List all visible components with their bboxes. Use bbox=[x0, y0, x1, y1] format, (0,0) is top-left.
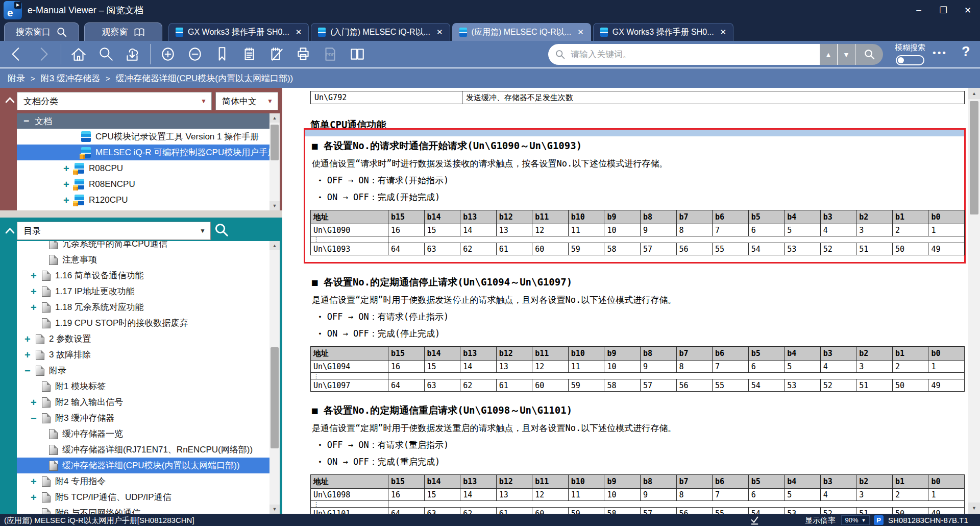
bullet-item: OFF → ON：有请求(重启指示) bbox=[318, 439, 968, 451]
search-icon bbox=[864, 49, 875, 60]
zoom-in-button[interactable] bbox=[157, 43, 179, 65]
expander-icon[interactable]: + bbox=[24, 350, 36, 360]
scroll-down-icon[interactable]: ▼ bbox=[270, 505, 280, 514]
close-tab-icon[interactable]: ✕ bbox=[577, 28, 584, 37]
toc-tree-item[interactable]: 缓冲存储器详细(RJ71EN71、RnENCPU(网络部)) bbox=[17, 442, 280, 458]
document-category-dropdown[interactable]: 文档分类 ▼ bbox=[17, 92, 212, 110]
toc-tree-item[interactable]: +2 参数设置 bbox=[17, 331, 280, 347]
expander-icon[interactable]: − bbox=[31, 413, 42, 423]
toc-tree-item[interactable]: 注意事项 bbox=[17, 252, 280, 268]
fuzzy-search-toggle[interactable] bbox=[896, 55, 924, 65]
breadcrumb-link[interactable]: 附3 缓冲存储器 bbox=[41, 73, 100, 84]
zoom-level-dropdown[interactable]: 90% ▼ bbox=[841, 515, 870, 525]
expander-icon[interactable]: + bbox=[31, 492, 42, 503]
toc-tree-item[interactable]: 缓冲存储器一览 bbox=[17, 426, 280, 442]
memo-edit-button[interactable] bbox=[265, 43, 287, 65]
keyword-search-input[interactable] bbox=[548, 44, 819, 65]
bit-cell: 11 bbox=[568, 489, 604, 501]
doc-tab[interactable]: (应用篇) MELSEC iQ-R以...✕ bbox=[452, 23, 591, 41]
close-tab-icon[interactable]: ✕ bbox=[720, 28, 727, 37]
search-next-button[interactable]: ▼ bbox=[837, 44, 855, 65]
help-icon[interactable]: ? bbox=[962, 44, 970, 60]
toc-tree-item[interactable]: +附4 专用指令 bbox=[17, 473, 280, 489]
doc-tree-item[interactable]: MELSEC iQ-R 可编程控制器CPU模块用户手册 bbox=[17, 145, 280, 160]
doc-tab[interactable]: GX Works3 操作手册 SH0...✕ bbox=[593, 23, 733, 41]
collapse-icon[interactable]: − bbox=[23, 115, 29, 127]
close-tab-icon[interactable]: ✕ bbox=[436, 28, 443, 37]
close-button[interactable]: ✕ bbox=[955, 0, 980, 20]
toc-tree-item[interactable]: 冗余系统中的简单CPU通信 bbox=[17, 241, 280, 252]
maximize-button[interactable]: ❐ bbox=[931, 0, 955, 20]
toc-tree-item[interactable]: +3 故障排除 bbox=[17, 347, 280, 363]
minimize-button[interactable]: – bbox=[906, 0, 931, 20]
scroll-down-icon[interactable]: ▼ bbox=[968, 503, 980, 514]
scrollbar-thumb[interactable] bbox=[970, 101, 978, 214]
toc-tree-item[interactable]: −附录 bbox=[17, 363, 280, 378]
zoom-out-button[interactable] bbox=[184, 43, 206, 65]
search-previous-button[interactable]: ▲ bbox=[819, 44, 837, 65]
more-menu-icon[interactable]: ••• bbox=[933, 47, 947, 59]
scroll-up-icon[interactable]: ▲ bbox=[270, 241, 280, 250]
toc-tree-item[interactable]: 附1 模块标签 bbox=[17, 378, 280, 394]
toc-tree-item[interactable]: +附5 TCP/IP通信、UDP/IP通信 bbox=[17, 489, 280, 505]
doc-tab[interactable]: GX Works3 操作手册 SH0...✕ bbox=[168, 23, 309, 41]
language-dropdown[interactable]: 简体中文 ▼ bbox=[215, 92, 278, 110]
doc-tree-item[interactable]: CPU模块记录设置工具 Version 1 操作手册 bbox=[17, 129, 280, 145]
doc-tab[interactable]: (入门篇) MELSEC iQ-R以...✕ bbox=[311, 23, 450, 41]
doc-tree-item[interactable]: +R08CPU bbox=[17, 160, 280, 176]
scroll-up-icon[interactable]: ▲ bbox=[270, 113, 280, 123]
doc-tree-item[interactable]: +R120CPU bbox=[17, 192, 280, 208]
print-button[interactable] bbox=[292, 43, 314, 65]
breadcrumb-link[interactable]: 缓冲存储器详细(CPU模块(内置以太网端口部)) bbox=[116, 73, 293, 84]
collapse-documents-icon[interactable] bbox=[5, 96, 15, 103]
bullet-text: OFF → ON：有请求(停止指示) bbox=[327, 311, 449, 323]
contents-search-button[interactable] bbox=[214, 222, 231, 240]
bit-header-cell: b2 bbox=[856, 347, 893, 361]
panel-splitter[interactable] bbox=[0, 210, 282, 218]
bookmark-button[interactable] bbox=[211, 43, 233, 65]
scroll-up-icon[interactable]: ▲ bbox=[968, 88, 980, 99]
doc-tree-item[interactable]: +R08ENCPU bbox=[17, 176, 280, 192]
document-scrollbar[interactable]: ▲ ▼ bbox=[968, 88, 980, 514]
two-page-view-button[interactable] bbox=[346, 43, 369, 65]
pdf-button[interactable]: PDF bbox=[319, 43, 341, 65]
tab-search-window[interactable]: 搜索窗口 bbox=[4, 22, 79, 41]
docs-root-node[interactable]: − 文档 bbox=[17, 113, 280, 129]
forward-button[interactable] bbox=[32, 43, 55, 65]
back-button[interactable] bbox=[5, 43, 28, 65]
expander-icon[interactable]: + bbox=[24, 334, 36, 344]
scroll-down-icon[interactable]: ▼ bbox=[270, 201, 280, 210]
collapse-contents-icon[interactable] bbox=[5, 227, 15, 233]
toc-tree-item[interactable]: +1.17 IP地址更改功能 bbox=[17, 283, 280, 299]
bit-header-cell: b9 bbox=[604, 475, 641, 489]
close-tab-icon[interactable]: ✕ bbox=[296, 28, 302, 37]
contents-dropdown[interactable]: 目录 ▼ bbox=[17, 222, 211, 240]
home-button[interactable] bbox=[67, 43, 90, 65]
breadcrumb-link[interactable]: 附录 bbox=[8, 73, 25, 84]
toc-tree-item[interactable]: +附2 输入输出信号 bbox=[17, 394, 280, 410]
expander-icon[interactable]: + bbox=[31, 286, 42, 297]
search-button[interactable] bbox=[855, 44, 883, 65]
download-button[interactable] bbox=[121, 43, 144, 65]
scrollbar-thumb[interactable] bbox=[271, 125, 279, 160]
toc-tree-item[interactable]: +1.16 简单设备通信功能 bbox=[17, 268, 280, 283]
documents-scrollbar[interactable]: ▲ ▼ bbox=[270, 113, 280, 210]
toc-tree-item[interactable]: 1.19 CPU STOP时的接收数据废弃 bbox=[17, 315, 280, 331]
expander-icon[interactable]: + bbox=[31, 397, 42, 408]
memo-button[interactable] bbox=[238, 43, 260, 65]
tab-watch-window[interactable]: 观察窗 bbox=[84, 22, 162, 41]
bit-header-cell: 地址 bbox=[311, 210, 388, 224]
scrollbar-thumb[interactable] bbox=[271, 347, 279, 448]
toc-tree-item[interactable]: +1.18 冗余系统对应功能 bbox=[17, 299, 280, 315]
contents-scrollbar[interactable]: ▲ ▼ bbox=[270, 241, 280, 514]
expander-icon[interactable]: + bbox=[31, 302, 42, 313]
page-search-button[interactable] bbox=[94, 43, 117, 65]
bit-cell: 2 bbox=[892, 361, 928, 373]
expander-icon[interactable]: − bbox=[24, 366, 36, 376]
bit-cell: 54 bbox=[748, 508, 785, 514]
expander-icon[interactable]: + bbox=[31, 271, 42, 281]
toc-tree-item[interactable]: 附6 与不同网络的通信 bbox=[17, 505, 280, 514]
toc-tree-item[interactable]: 缓冲存储器详细(CPU模块(内置以太网端口部)) bbox=[17, 458, 280, 473]
toc-tree-item[interactable]: −附3 缓冲存储器 bbox=[17, 410, 280, 426]
expander-icon[interactable]: + bbox=[31, 476, 42, 487]
